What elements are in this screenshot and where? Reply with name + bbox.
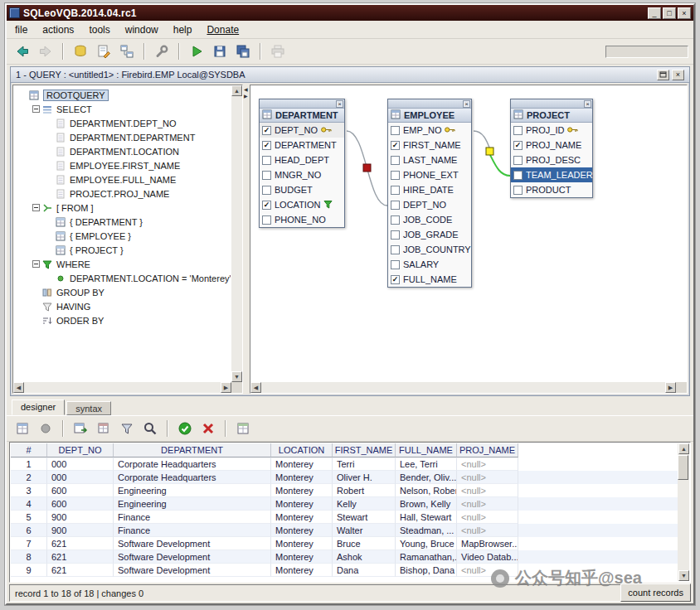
menu-tools[interactable]: tools [89,24,109,36]
cell[interactable]: Software Development [114,564,271,577]
cell[interactable]: 5 [11,511,47,524]
cell[interactable]: Monterey [271,458,333,471]
table-card-titlebar[interactable]: × [260,99,344,109]
scroll-up-icon[interactable]: ▲ [678,443,689,454]
copy-grid-icon[interactable] [12,419,33,438]
menu-window[interactable]: window [125,24,158,36]
column-header-rownum[interactable]: # [11,443,47,458]
cell[interactable]: Monterey [271,471,333,484]
tree-item-select[interactable]: SELECT [14,102,231,116]
maximize-button[interactable]: □ [663,7,676,19]
cell[interactable]: Lee, Terri [396,458,457,471]
column-row-proj_name[interactable]: ✓PROJ_NAME [511,138,592,152]
table-card-header[interactable]: PROJECT [511,109,592,123]
cell[interactable]: Software Development [114,537,271,550]
column-row-product[interactable]: PRODUCT [511,182,592,197]
cell[interactable]: 621 [47,550,114,564]
column-header-location[interactable]: LOCATION [271,443,333,458]
scroll-down-icon[interactable]: ▼ [231,371,242,382]
cell[interactable]: Corporate Headquarters [114,471,271,484]
cell[interactable]: Finance [114,524,271,537]
column-header-first_name[interactable]: FIRST_NAME [333,443,396,458]
tree-item-department-department[interactable]: DEPARTMENT.DEPARTMENT [14,130,231,144]
column-row-budget[interactable]: BUDGET [260,182,344,197]
close-icon[interactable]: × [463,100,470,108]
cell[interactable]: Stewart [333,511,396,524]
scrollbar-thumb[interactable] [678,455,688,480]
datasource-icon[interactable] [70,41,91,61]
cell[interactable]: Oliver H. [333,471,396,484]
tree-item-department-dept-no[interactable]: DEPARTMENT.DEPT_NO [14,116,231,130]
cell[interactable]: <null> [457,524,518,537]
cell[interactable]: 8 [11,550,47,564]
tree-item-where[interactable]: WHERE [14,257,231,271]
table-row[interactable]: 9621Software DevelopmentMontereyDanaBish… [11,564,678,577]
query-frame-titlebar[interactable]: 1 - QUERY : <untitled1> : Firebird.EMP L… [11,67,689,83]
scroll-left-icon[interactable]: ◀ [250,382,261,393]
tree-item-project-proj-name[interactable]: PROJECT.PROJ_NAME [14,186,231,201]
column-checkbox[interactable] [262,156,271,165]
table-card-header[interactable]: DEPARTMENT [260,109,344,123]
column-checkbox[interactable] [391,215,400,225]
column-checkbox[interactable] [391,201,400,210]
collapse-left-icon[interactable]: ◀ [244,86,248,92]
column-row-head_dept[interactable]: HEAD_DEPT [260,152,344,167]
column-checkbox[interactable] [391,186,400,195]
cell[interactable]: 000 [47,471,114,484]
column-checkbox[interactable]: ✓ [262,141,271,150]
column-checkbox[interactable]: ✓ [391,275,400,284]
cell[interactable]: 900 [47,511,114,524]
new-query-icon[interactable] [93,41,114,61]
column-row-dept_no[interactable]: DEPT_NO [388,197,471,212]
back-icon[interactable] [12,41,33,61]
tab-syntax[interactable]: syntax [66,401,111,415]
cell[interactable]: 000 [47,458,114,471]
column-checkbox[interactable]: ✓ [391,141,400,150]
cell[interactable]: <null> [457,471,518,484]
close-button[interactable]: × [678,7,691,19]
column-row-dept_no[interactable]: ✓DEPT_NO [260,123,344,138]
column-checkbox[interactable] [391,156,400,165]
cell[interactable]: Ramanathan,... [396,550,457,564]
tree-item-rootquery[interactable]: ROOTQUERY [14,88,231,102]
column-checkbox[interactable] [513,186,523,195]
cell[interactable]: Nelson, Robert [396,484,457,497]
cell[interactable]: Monterey [271,484,333,497]
close-icon[interactable]: × [584,100,591,108]
column-checkbox[interactable] [262,186,271,195]
rollback-icon[interactable] [197,419,219,438]
cell[interactable]: Monterey [271,564,333,577]
cell[interactable]: Robert [333,484,396,497]
cell[interactable]: Hall, Stewart [396,511,457,524]
column-row-mngr_no[interactable]: MNGR_NO [260,167,344,182]
cell[interactable]: Monterey [271,537,333,550]
cell[interactable]: <null> [457,497,518,511]
column-row-last_name[interactable]: LAST_NAME [388,152,471,167]
scroll-right-icon[interactable]: ▶ [665,382,676,393]
column-row-emp_no[interactable]: EMP_NO [388,123,471,138]
pivot-icon[interactable] [232,419,254,438]
table-card-employee[interactable]: ×EMPLOYEEEMP_NO✓FIRST_NAMELAST_NAMEPHONE… [387,99,472,288]
table-row[interactable]: 2000Corporate HeadquartersMontereyOliver… [11,471,678,484]
cell[interactable]: <null> [457,458,518,471]
cell[interactable]: Finance [114,511,271,524]
column-checkbox[interactable] [262,215,271,225]
column-row-phone_no[interactable]: PHONE_NO [260,212,344,227]
print-icon[interactable] [267,41,289,61]
frame-restore-icon[interactable] [657,70,669,80]
cell[interactable]: Monterey [271,497,333,511]
tab-designer[interactable]: designer [12,399,65,415]
run-icon[interactable] [186,41,207,61]
preferences-icon[interactable] [151,41,173,61]
tree-item-having[interactable]: HAVING [14,299,231,313]
column-checkbox[interactable]: ✓ [262,126,271,135]
column-checkbox[interactable]: ✓ [513,141,523,150]
count-records-button[interactable]: count records [620,583,691,602]
column-header-department[interactable]: DEPARTMENT [114,443,271,458]
menu-file[interactable]: file [15,24,27,36]
cell[interactable]: 9 [11,564,47,577]
menu-help[interactable]: help [173,24,192,36]
column-row-phone_ext[interactable]: PHONE_EXT [388,167,471,182]
forward-icon[interactable] [35,41,56,61]
table-card-project[interactable]: ×PROJECTPROJ_ID✓PROJ_NAMEPROJ_DESCTEAM_L… [510,99,593,198]
